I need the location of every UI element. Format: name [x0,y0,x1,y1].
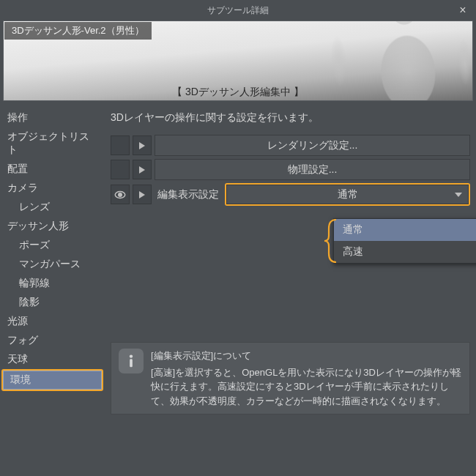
sidebar-item-operation[interactable]: 操作 [0,108,105,127]
row-physics: 物理設定... [111,159,470,180]
content-area: 操作 オブジェクトリスト 配置 カメラ レンズ デッサン人形 ポーズ マンガパー… [0,104,476,476]
close-icon[interactable]: × [455,3,470,18]
row-display-mode: 編集表示設定 通常 [111,183,470,206]
info-body: [高速]を選択すると、OpenGLを用いた表示になり3Dレイヤーの操作が軽快に行… [151,365,462,409]
display-mode-label: 編集表示設定 [157,188,219,201]
play-icon[interactable] [133,160,152,179]
sidebar-item-manga-perspective[interactable]: マンガパース [0,255,105,274]
svg-point-2 [130,354,133,357]
display-mode-dropdown: 通常 高速 [333,218,476,264]
curly-brace-annotation [323,218,339,264]
sidebar-item-pose[interactable]: ポーズ [0,236,105,255]
panel-description: 3Dレイヤーの操作に関する設定を行います。 [111,111,470,124]
sidebar-item-highlight: 環境 [1,369,103,391]
sidebar-item-lens[interactable]: レンズ [0,198,105,217]
banner: 3Dデッサン人形-Ver.2（男性） 【 3Dデッサン人形編集中 】 [3,21,473,101]
info-icon [119,349,144,373]
sidebar-item-outline[interactable]: 輪郭線 [0,274,105,293]
banner-title: 3Dデッサン人形-Ver.2（男性） [4,22,152,40]
sidebar-item-environment[interactable]: 環境 [3,371,102,390]
info-box: [編集表示設定]について [高速]を選択すると、OpenGLを用いた表示になり3… [111,342,470,414]
info-text: [編集表示設定]について [高速]を選択すると、OpenGLを用いた表示になり3… [151,349,462,408]
play-icon[interactable] [133,135,152,155]
sidebar-item-skydome[interactable]: 天球 [0,350,105,369]
rendering-settings-button[interactable]: レンダリング設定... [155,135,470,156]
info-heading: [編集表示設定]について [151,349,462,363]
sidebar-item-light[interactable]: 光源 [0,312,105,331]
svg-rect-3 [130,359,133,367]
dropdown-option-fast[interactable]: 高速 [334,241,476,263]
eye-icon[interactable] [111,185,130,204]
toggle-button[interactable] [111,160,130,179]
svg-point-1 [119,193,122,196]
sidebar-item-fog[interactable]: フォグ [0,331,105,350]
dropdown-option-normal[interactable]: 通常 [334,219,476,241]
window-title: サブツール詳細 [207,4,269,17]
physics-settings-button[interactable]: 物理設定... [155,159,470,180]
sidebar-item-camera[interactable]: カメラ [0,179,105,198]
titlebar: サブツール詳細 × [0,0,476,21]
combo-value: 通常 [338,188,358,201]
sidebar-item-object-list[interactable]: オブジェクトリスト [0,127,105,160]
banner-subtitle: 【 3Dデッサン人形編集中 】 [4,86,472,99]
sidebar-item-shading[interactable]: 陰影 [0,293,105,312]
toggle-button[interactable] [111,135,130,155]
sidebar-item-layout[interactable]: 配置 [0,160,105,179]
play-icon[interactable] [133,185,152,204]
sidebar: 操作 オブジェクトリスト 配置 カメラ レンズ デッサン人形 ポーズ マンガパー… [0,104,105,476]
display-mode-combo[interactable]: 通常 [226,185,469,204]
row-rendering: レンダリング設定... [111,135,470,156]
main-panel: 3Dレイヤーの操作に関する設定を行います。 レンダリング設定... 物理設定..… [105,104,476,476]
chevron-down-icon [455,193,462,197]
sidebar-item-drawing-figure[interactable]: デッサン人形 [0,217,105,236]
